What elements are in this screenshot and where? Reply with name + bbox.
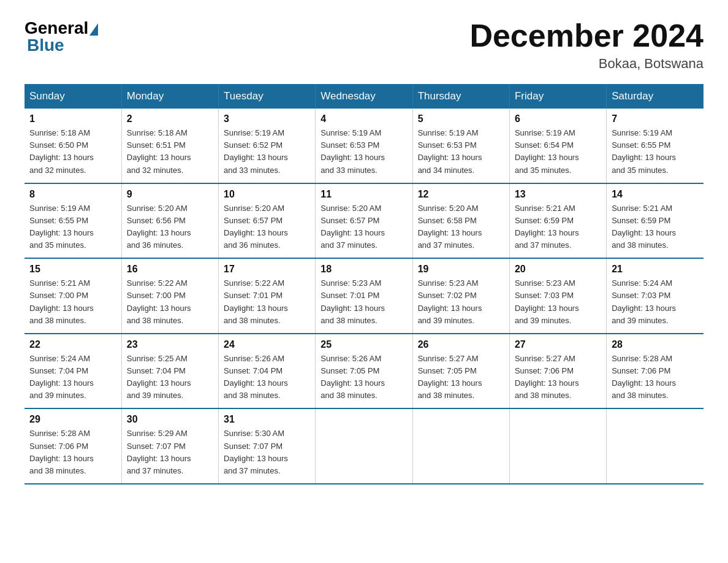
day-number: 8 (29, 189, 116, 200)
table-row: 12 Sunrise: 5:20 AM Sunset: 6:58 PM Dayl… (412, 183, 509, 259)
table-row: 16 Sunrise: 5:22 AM Sunset: 7:00 PM Dayl… (121, 258, 218, 334)
day-number: 22 (29, 339, 116, 350)
day-number: 13 (515, 189, 601, 200)
location: Bokaa, Botswana (469, 56, 703, 72)
day-number: 15 (29, 264, 116, 275)
calendar-table: Sunday Monday Tuesday Wednesday Thursday… (25, 84, 703, 484)
header-tuesday: Tuesday (219, 84, 316, 109)
table-row: 15 Sunrise: 5:21 AM Sunset: 7:00 PM Dayl… (25, 258, 121, 334)
day-number: 23 (127, 339, 213, 350)
day-info: Sunrise: 5:23 AM Sunset: 7:03 PM Dayligh… (515, 277, 601, 327)
calendar-week-row: 1 Sunrise: 5:18 AM Sunset: 6:50 PM Dayli… (25, 109, 703, 183)
logo-blue-text: Blue (25, 36, 64, 55)
day-number: 7 (612, 113, 699, 124)
table-row: 13 Sunrise: 5:21 AM Sunset: 6:59 PM Dayl… (509, 183, 606, 259)
table-row: 8 Sunrise: 5:19 AM Sunset: 6:55 PM Dayli… (25, 183, 121, 259)
day-number: 21 (612, 264, 699, 275)
table-row: 26 Sunrise: 5:27 AM Sunset: 7:05 PM Dayl… (412, 334, 509, 409)
day-number: 28 (612, 339, 699, 350)
day-number: 1 (29, 113, 116, 124)
table-row: 9 Sunrise: 5:20 AM Sunset: 6:56 PM Dayli… (121, 183, 218, 259)
day-number: 27 (515, 339, 601, 350)
day-info: Sunrise: 5:22 AM Sunset: 7:01 PM Dayligh… (224, 277, 310, 327)
day-number: 6 (515, 113, 601, 124)
day-info: Sunrise: 5:23 AM Sunset: 7:01 PM Dayligh… (320, 277, 407, 327)
table-row: 7 Sunrise: 5:19 AM Sunset: 6:55 PM Dayli… (607, 109, 703, 183)
logo-triangle-icon (89, 23, 98, 36)
table-row: 20 Sunrise: 5:23 AM Sunset: 7:03 PM Dayl… (509, 258, 606, 334)
calendar-header-row: Sunday Monday Tuesday Wednesday Thursday… (25, 84, 703, 109)
day-number: 24 (224, 339, 310, 350)
day-number: 20 (515, 264, 601, 275)
title-section: December 2024 Bokaa, Botswana (469, 18, 703, 72)
table-row (316, 408, 412, 484)
table-row: 22 Sunrise: 5:24 AM Sunset: 7:04 PM Dayl… (25, 334, 121, 409)
logo: General Blue (25, 18, 99, 55)
table-row: 17 Sunrise: 5:22 AM Sunset: 7:01 PM Dayl… (219, 258, 316, 334)
day-number: 14 (612, 189, 699, 200)
header-sunday: Sunday (25, 84, 121, 109)
table-row: 24 Sunrise: 5:26 AM Sunset: 7:04 PM Dayl… (219, 334, 316, 409)
calendar-week-row: 15 Sunrise: 5:21 AM Sunset: 7:00 PM Dayl… (25, 258, 703, 334)
header-monday: Monday (121, 84, 218, 109)
day-info: Sunrise: 5:26 AM Sunset: 7:05 PM Dayligh… (320, 353, 407, 402)
day-info: Sunrise: 5:19 AM Sunset: 6:55 PM Dayligh… (612, 127, 699, 177)
day-info: Sunrise: 5:20 AM Sunset: 6:58 PM Dayligh… (418, 202, 504, 252)
day-number: 9 (127, 189, 213, 200)
day-info: Sunrise: 5:19 AM Sunset: 6:53 PM Dayligh… (320, 127, 407, 177)
table-row (509, 408, 606, 484)
day-info: Sunrise: 5:27 AM Sunset: 7:06 PM Dayligh… (515, 353, 601, 402)
day-info: Sunrise: 5:20 AM Sunset: 6:57 PM Dayligh… (224, 202, 310, 252)
table-row: 10 Sunrise: 5:20 AM Sunset: 6:57 PM Dayl… (219, 183, 316, 259)
day-info: Sunrise: 5:28 AM Sunset: 7:06 PM Dayligh… (612, 353, 699, 402)
day-number: 26 (418, 339, 504, 350)
table-row: 2 Sunrise: 5:18 AM Sunset: 6:51 PM Dayli… (121, 109, 218, 183)
table-row: 1 Sunrise: 5:18 AM Sunset: 6:50 PM Dayli… (25, 109, 121, 183)
day-info: Sunrise: 5:22 AM Sunset: 7:00 PM Dayligh… (127, 277, 213, 327)
table-row: 11 Sunrise: 5:20 AM Sunset: 6:57 PM Dayl… (316, 183, 412, 259)
day-number: 25 (320, 339, 407, 350)
day-number: 4 (320, 113, 407, 124)
month-title: December 2024 (469, 18, 703, 53)
table-row: 25 Sunrise: 5:26 AM Sunset: 7:05 PM Dayl… (316, 334, 412, 409)
day-info: Sunrise: 5:18 AM Sunset: 6:51 PM Dayligh… (127, 127, 213, 177)
table-row: 18 Sunrise: 5:23 AM Sunset: 7:01 PM Dayl… (316, 258, 412, 334)
day-info: Sunrise: 5:19 AM Sunset: 6:54 PM Dayligh… (515, 127, 601, 177)
day-info: Sunrise: 5:28 AM Sunset: 7:06 PM Dayligh… (29, 427, 116, 477)
table-row: 3 Sunrise: 5:19 AM Sunset: 6:52 PM Dayli… (219, 109, 316, 183)
table-row: 4 Sunrise: 5:19 AM Sunset: 6:53 PM Dayli… (316, 109, 412, 183)
day-info: Sunrise: 5:19 AM Sunset: 6:55 PM Dayligh… (29, 202, 116, 252)
day-info: Sunrise: 5:19 AM Sunset: 6:52 PM Dayligh… (224, 127, 310, 177)
day-number: 12 (418, 189, 504, 200)
table-row: 27 Sunrise: 5:27 AM Sunset: 7:06 PM Dayl… (509, 334, 606, 409)
table-row: 23 Sunrise: 5:25 AM Sunset: 7:04 PM Dayl… (121, 334, 218, 409)
table-row: 28 Sunrise: 5:28 AM Sunset: 7:06 PM Dayl… (607, 334, 703, 409)
day-info: Sunrise: 5:24 AM Sunset: 7:03 PM Dayligh… (612, 277, 699, 327)
header-saturday: Saturday (607, 84, 703, 109)
day-number: 2 (127, 113, 213, 124)
day-info: Sunrise: 5:21 AM Sunset: 6:59 PM Dayligh… (515, 202, 601, 252)
day-number: 16 (127, 264, 213, 275)
calendar-week-row: 8 Sunrise: 5:19 AM Sunset: 6:55 PM Dayli… (25, 183, 703, 259)
calendar-week-row: 29 Sunrise: 5:28 AM Sunset: 7:06 PM Dayl… (25, 408, 703, 484)
day-number: 10 (224, 189, 310, 200)
page-header: General Blue December 2024 Bokaa, Botswa… (25, 18, 703, 72)
day-info: Sunrise: 5:18 AM Sunset: 6:50 PM Dayligh… (29, 127, 116, 177)
table-row: 14 Sunrise: 5:21 AM Sunset: 6:59 PM Dayl… (607, 183, 703, 259)
calendar-week-row: 22 Sunrise: 5:24 AM Sunset: 7:04 PM Dayl… (25, 334, 703, 409)
day-info: Sunrise: 5:19 AM Sunset: 6:53 PM Dayligh… (418, 127, 504, 177)
header-friday: Friday (509, 84, 606, 109)
day-info: Sunrise: 5:25 AM Sunset: 7:04 PM Dayligh… (127, 353, 213, 402)
table-row: 6 Sunrise: 5:19 AM Sunset: 6:54 PM Dayli… (509, 109, 606, 183)
day-number: 29 (29, 414, 116, 425)
table-row: 21 Sunrise: 5:24 AM Sunset: 7:03 PM Dayl… (607, 258, 703, 334)
day-info: Sunrise: 5:21 AM Sunset: 7:00 PM Dayligh… (29, 277, 116, 327)
day-number: 11 (320, 189, 407, 200)
day-info: Sunrise: 5:20 AM Sunset: 6:57 PM Dayligh… (320, 202, 407, 252)
day-number: 18 (320, 264, 407, 275)
header-thursday: Thursday (412, 84, 509, 109)
day-info: Sunrise: 5:29 AM Sunset: 7:07 PM Dayligh… (127, 427, 213, 477)
day-info: Sunrise: 5:23 AM Sunset: 7:02 PM Dayligh… (418, 277, 504, 327)
table-row: 30 Sunrise: 5:29 AM Sunset: 7:07 PM Dayl… (121, 408, 218, 484)
table-row (412, 408, 509, 484)
